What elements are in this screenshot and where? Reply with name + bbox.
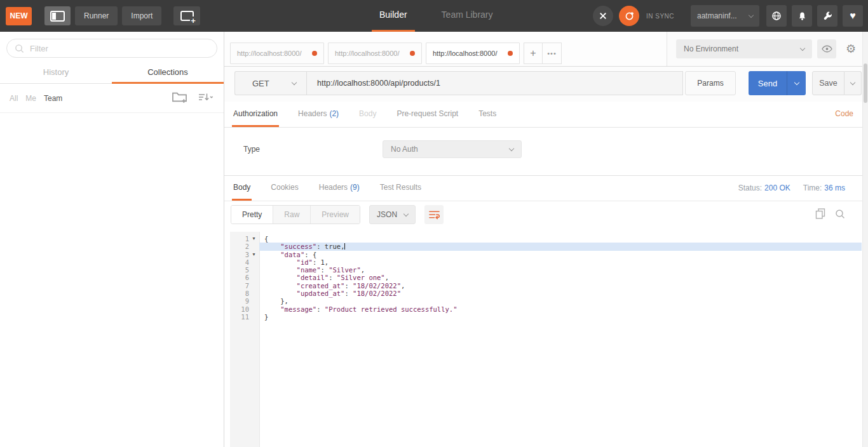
code-line[interactable]: 6 "detail": "Silver one", bbox=[230, 274, 862, 281]
method-select[interactable]: GET bbox=[234, 71, 306, 95]
unsaved-dot-icon bbox=[312, 51, 317, 56]
view-pretty-button[interactable]: Pretty bbox=[231, 206, 273, 223]
search-response-button[interactable] bbox=[835, 209, 845, 221]
code-line[interactable]: 4 "id": 1, bbox=[230, 258, 862, 266]
tab-authorization[interactable]: Authorization bbox=[232, 102, 279, 127]
filter-input[interactable] bbox=[30, 44, 209, 53]
response-editor[interactable]: 1▾{2 "success": true,3▾ "data": {4 "id":… bbox=[230, 232, 862, 447]
line-number-gutter: 10 bbox=[230, 305, 259, 313]
wrap-text-button[interactable] bbox=[424, 205, 444, 224]
new-button[interactable]: NEW bbox=[6, 7, 32, 25]
tab-request-body[interactable]: Body bbox=[358, 102, 377, 127]
code-line[interactable]: 3▾ "data": { bbox=[230, 251, 862, 258]
code-line[interactable]: 2 "success": true, bbox=[230, 243, 862, 250]
code-line[interactable]: 11} bbox=[230, 313, 862, 321]
sort-button[interactable] bbox=[198, 93, 213, 104]
wrap-text-icon bbox=[429, 210, 440, 220]
status-value[interactable]: 200 OK bbox=[764, 183, 790, 192]
code-line[interactable]: 1▾{ bbox=[230, 235, 862, 243]
tab-test-results[interactable]: Test Results bbox=[379, 176, 423, 201]
more-tabs-button[interactable]: ••• bbox=[543, 43, 561, 63]
runner-button[interactable]: Runner bbox=[75, 6, 118, 25]
params-button[interactable]: Params bbox=[685, 71, 736, 95]
tab-label: Body bbox=[233, 183, 250, 192]
request-tab-1[interactable]: http://localhost:8000/ bbox=[230, 43, 324, 64]
tab-label: Test Results bbox=[380, 183, 421, 192]
request-tab-title: http://localhost:8000/ bbox=[433, 50, 504, 57]
fold-arrow-icon[interactable]: ▾ bbox=[249, 235, 259, 243]
satellite-button[interactable] bbox=[593, 6, 613, 26]
chevron-down-icon bbox=[794, 79, 799, 84]
fold-spacer bbox=[249, 297, 259, 305]
tab-response-body[interactable]: Body bbox=[232, 176, 252, 201]
add-tab-button[interactable]: + bbox=[524, 43, 543, 63]
view-raw-button[interactable]: Raw bbox=[273, 206, 311, 223]
tab-builder[interactable]: Builder bbox=[372, 0, 415, 32]
code-line[interactable]: 8 "updated_at": "18/02/2022" bbox=[230, 290, 862, 297]
add-folder-icon bbox=[172, 91, 187, 103]
code-line[interactable]: 7 "created_at": "18/02/2022", bbox=[230, 282, 862, 290]
tab-label: Authorization bbox=[233, 109, 278, 118]
header-tabs: Builder Team Library bbox=[372, 0, 501, 32]
environment-settings-button[interactable]: ⚙ bbox=[841, 39, 860, 58]
view-preview-button[interactable]: Preview bbox=[311, 206, 360, 223]
code-line[interactable]: 10 "message": "Product retrieved success… bbox=[230, 305, 862, 313]
scope-all[interactable]: All bbox=[10, 94, 18, 103]
fold-arrow-icon[interactable]: ▾ bbox=[249, 251, 259, 258]
line-number-gutter: 11 bbox=[230, 313, 259, 321]
tab-tests[interactable]: Tests bbox=[477, 102, 498, 127]
request-tab-2[interactable]: http://localhost:8000/ bbox=[328, 43, 422, 64]
tab-response-headers[interactable]: Headers(9) bbox=[318, 176, 361, 201]
send-options-button[interactable] bbox=[787, 71, 806, 95]
bell-icon bbox=[797, 11, 807, 21]
environment-select[interactable]: No Environment bbox=[676, 39, 812, 58]
add-folder-button[interactable] bbox=[172, 91, 187, 105]
line-number-gutter: 9 bbox=[230, 297, 259, 305]
auth-type-select[interactable]: No Auth bbox=[383, 140, 522, 158]
tab-cookies[interactable]: Cookies bbox=[269, 176, 299, 201]
generate-code-link[interactable]: Code bbox=[835, 102, 853, 126]
tab-collections[interactable]: Collections bbox=[112, 63, 224, 84]
tab-label: Headers bbox=[319, 183, 348, 192]
format-select[interactable]: JSON bbox=[369, 205, 416, 224]
status-label: Status: bbox=[738, 183, 762, 192]
sidebar-tabs: History Collections bbox=[0, 63, 224, 84]
tab-team-library[interactable]: Team Library bbox=[434, 0, 501, 32]
line-number-gutter: 8 bbox=[230, 290, 259, 297]
settings-wrench-button[interactable] bbox=[817, 5, 837, 27]
line-number-gutter: 3▾ bbox=[230, 251, 259, 258]
fold-spacer bbox=[249, 290, 259, 297]
url-input[interactable] bbox=[306, 71, 683, 95]
save-options-button[interactable] bbox=[844, 71, 862, 95]
new-window-button[interactable] bbox=[173, 6, 200, 25]
main-scrollbar[interactable] bbox=[862, 32, 868, 447]
scope-me[interactable]: Me bbox=[25, 94, 36, 103]
time-value[interactable]: 36 ms bbox=[824, 183, 845, 192]
save-button[interactable]: Save bbox=[812, 71, 844, 95]
line-number-gutter: 7 bbox=[230, 282, 259, 290]
environment-preview-button[interactable] bbox=[817, 39, 836, 58]
sync-status-button[interactable] bbox=[619, 6, 639, 26]
copy-icon bbox=[815, 208, 825, 219]
import-button[interactable]: Import bbox=[122, 6, 161, 25]
code-line[interactable]: 5 "name": "Silver", bbox=[230, 266, 862, 274]
send-button[interactable]: Send bbox=[749, 71, 787, 95]
account-menu-button[interactable]: aatmaninf... bbox=[691, 5, 759, 27]
tab-pre-request-script[interactable]: Pre-request Script bbox=[395, 102, 459, 127]
favorites-button[interactable]: ♥ bbox=[843, 5, 863, 27]
tab-request-headers[interactable]: Headers(2) bbox=[297, 102, 340, 127]
line-number-gutter: 4 bbox=[230, 258, 259, 266]
globe-button[interactable] bbox=[766, 5, 787, 27]
tab-history[interactable]: History bbox=[0, 63, 112, 84]
copy-response-button[interactable] bbox=[815, 208, 825, 221]
app-header: NEW Runner Import Builder Team Library I… bbox=[0, 0, 868, 32]
sidebar-toggle-button[interactable] bbox=[44, 6, 71, 25]
code-line[interactable]: 9 }, bbox=[230, 297, 862, 305]
notifications-button[interactable] bbox=[792, 5, 812, 27]
scope-team[interactable]: Team bbox=[44, 94, 62, 103]
request-tab-3-active[interactable]: http://localhost:8000/ bbox=[426, 43, 520, 64]
fold-spacer bbox=[249, 258, 259, 266]
search-icon bbox=[15, 44, 24, 53]
line-number-gutter: 2 bbox=[230, 243, 259, 250]
scrollbar-thumb[interactable] bbox=[864, 63, 867, 103]
